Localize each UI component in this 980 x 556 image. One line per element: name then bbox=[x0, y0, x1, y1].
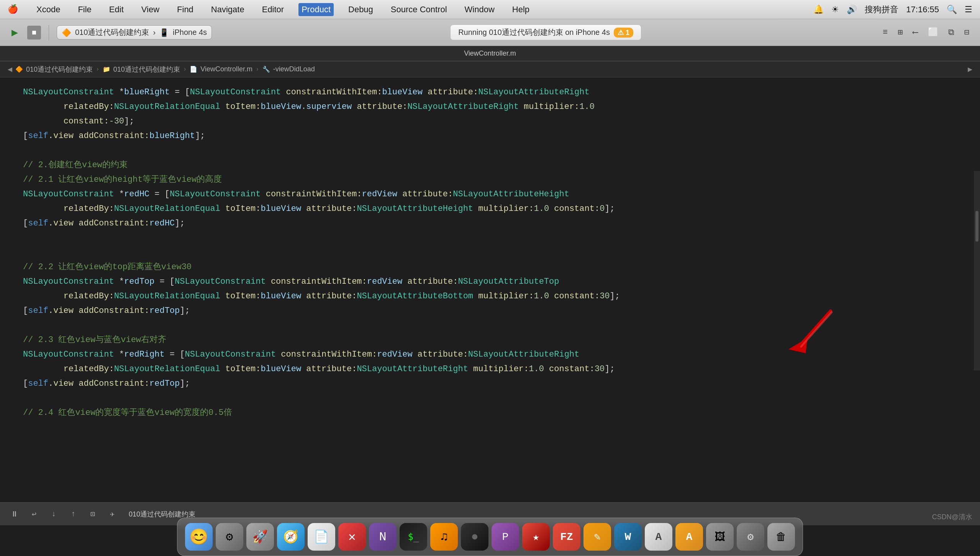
menu-help[interactable]: Help bbox=[509, 3, 533, 16]
breadcrumb-label-1: 010通过代码创建约束 bbox=[26, 65, 93, 74]
dock-icon-fontapp2[interactable]: A bbox=[675, 523, 703, 551]
dock-icon-files[interactable]: 📄 bbox=[308, 523, 335, 551]
search-icon[interactable]: 🔍 bbox=[947, 5, 957, 15]
dock: 😊 ⚙ 🚀 🧭 📄 ✕ N $_ ♫ ● P ★ FZ ✎ W A A bbox=[177, 518, 803, 556]
editor-area: NSLayoutConstraint *blueRight = [NSLayou… bbox=[0, 77, 980, 428]
menu-source-control[interactable]: Source Control bbox=[388, 3, 450, 16]
code-line: // 2.4 红色view的宽度等于蓝色view的宽度的0.5倍 bbox=[0, 406, 980, 420]
code-line: NSLayoutConstraint *redTop = [NSLayoutCo… bbox=[0, 275, 980, 289]
dock-icon-brushpen[interactable]: ✎ bbox=[583, 523, 611, 551]
breadcrumb-item-4[interactable]: 🔧 -viewDidLoad bbox=[262, 65, 315, 73]
code-content bbox=[23, 143, 28, 158]
code-line: // 2.1 让红色view的height等于蓝色view的高度 bbox=[0, 173, 980, 187]
folder-icon-2: 📁 bbox=[103, 66, 110, 73]
code-content bbox=[23, 318, 28, 333]
version-editor-icon[interactable]: ⊟ bbox=[961, 26, 972, 39]
dock-icon-onenote[interactable]: N bbox=[369, 523, 397, 551]
chevron-right-icon: › bbox=[153, 28, 156, 37]
dock-icon-filezilla[interactable]: FZ bbox=[553, 523, 580, 551]
warning-badge[interactable]: ⚠ 1 bbox=[614, 28, 633, 38]
editor-filename: ViewController.m bbox=[464, 49, 516, 58]
running-text: Running 010通过代码创建约束 on iPhone 4s bbox=[458, 27, 610, 38]
code-content: relatedBy:NSLayoutRelationEqual toItem:b… bbox=[23, 289, 620, 304]
pause-debug-button[interactable]: ⏸ bbox=[8, 507, 21, 521]
watermark: CSDN@清水 bbox=[932, 512, 972, 521]
code-content bbox=[23, 391, 28, 406]
code-content: NSLayoutConstraint *redRight = [NSLayout… bbox=[23, 347, 579, 362]
dock-icon-terminal[interactable]: $_ bbox=[400, 523, 427, 551]
dock-icon-settings[interactable]: ⚙ bbox=[216, 523, 243, 551]
svg-marker-1 bbox=[788, 338, 808, 353]
breadcrumb-label-4: -viewDidLoad bbox=[273, 65, 315, 73]
assistant-editor-icon[interactable]: ⧉ bbox=[945, 26, 957, 39]
code-content: relatedBy:NSLayoutRelationEqual toItem:b… bbox=[23, 100, 595, 114]
vertical-scrollbar[interactable] bbox=[974, 171, 980, 370]
dock-icon-finder[interactable]: 😊 bbox=[185, 523, 213, 551]
code-line bbox=[0, 391, 980, 406]
dock-icon-trash[interactable]: 🗑 bbox=[767, 523, 795, 551]
dock-icon-paw[interactable]: P bbox=[492, 523, 519, 551]
code-line: // 2.创建红色view的约束 bbox=[0, 158, 980, 173]
view-debugger-button[interactable]: ⊡ bbox=[86, 507, 100, 521]
menu-xcode[interactable]: Xcode bbox=[33, 3, 63, 16]
step-over-button[interactable]: ↩ bbox=[27, 507, 41, 521]
play-button[interactable]: ▶ bbox=[8, 26, 21, 39]
menubar: 🍎 Xcode File Edit View Find Navigate Edi… bbox=[0, 0, 980, 19]
nav-collapse-icon[interactable]: ◀ bbox=[8, 64, 12, 74]
navigate-back-icon[interactable]: ⟵ bbox=[910, 26, 921, 39]
inspector-icon[interactable]: ⊞ bbox=[895, 26, 906, 39]
dock-icon-itunes[interactable]: ♫ bbox=[430, 523, 458, 551]
dock-icon-launchpad[interactable]: 🚀 bbox=[246, 523, 274, 551]
stop-button[interactable]: ■ bbox=[27, 26, 41, 39]
dock-icon-syspref2[interactable]: ⚙ bbox=[737, 523, 764, 551]
dock-icon-starred[interactable]: ★ bbox=[522, 523, 550, 551]
menu-edit[interactable]: Edit bbox=[106, 3, 127, 16]
device-label: iPhone 4s bbox=[173, 28, 207, 37]
breadcrumb-expand-icon[interactable]: ▶ bbox=[968, 64, 972, 74]
breadcrumb-item-2[interactable]: 📁 010通过代码创建约束 bbox=[103, 65, 180, 74]
control-center-icon[interactable]: ☰ bbox=[965, 5, 972, 15]
dock-icon-app[interactable]: ● bbox=[461, 523, 488, 551]
running-indicator: Running 010通过代码创建约束 on iPhone 4s ⚠ 1 bbox=[450, 25, 641, 40]
dock-icon-preview[interactable]: 🖼 bbox=[706, 523, 734, 551]
annotation-arrow bbox=[777, 288, 846, 367]
folder-icon-1: 🔶 bbox=[15, 66, 23, 73]
dock-icon-safari[interactable]: 🧭 bbox=[277, 523, 305, 551]
step-out-button[interactable]: ↑ bbox=[66, 507, 80, 521]
code-content: constant:-30]; bbox=[23, 114, 134, 129]
breadcrumb-item-1[interactable]: 🔶 010通过代码创建约束 bbox=[15, 65, 93, 74]
code-content: // 2.1 让红色view的height等于蓝色view的高度 bbox=[23, 173, 222, 187]
layout-list-icon[interactable]: ≡ bbox=[880, 26, 891, 39]
code-content: [self.view addConstraint:redTop]; bbox=[23, 377, 190, 391]
brightness-icon: ☀ bbox=[831, 5, 839, 15]
code-content: relatedBy:NSLayoutRelationEqual toItem:b… bbox=[23, 362, 615, 377]
menu-navigate[interactable]: Navigate bbox=[208, 3, 247, 16]
menu-product[interactable]: Product bbox=[298, 3, 334, 16]
dock-icon-excel[interactable]: ✕ bbox=[338, 523, 366, 551]
dock-icon-word[interactable]: W bbox=[614, 523, 642, 551]
location-button[interactable]: ✈ bbox=[105, 507, 119, 521]
code-line: [self.view addConstraint:redTop]; bbox=[0, 377, 980, 391]
menu-editor[interactable]: Editor bbox=[259, 3, 287, 16]
code-content bbox=[23, 231, 28, 245]
apple-menu[interactable]: 🍎 bbox=[8, 4, 18, 15]
toolbar: ▶ ■ 🔶 010通过代码创建约束 › 📱 iPhone 4s Running … bbox=[0, 19, 980, 46]
system-clock: 17:16:55 bbox=[906, 5, 939, 15]
menu-file[interactable]: File bbox=[75, 3, 94, 16]
menu-window[interactable]: Window bbox=[462, 3, 498, 16]
code-content: NSLayoutConstraint *blueRight = [NSLayou… bbox=[23, 85, 590, 100]
scrollbar-thumb[interactable] bbox=[975, 211, 978, 242]
scheme-selector[interactable]: 🔶 010通过代码创建约束 › 📱 iPhone 4s bbox=[57, 25, 212, 39]
menu-debug[interactable]: Debug bbox=[345, 3, 376, 16]
menu-find[interactable]: Find bbox=[174, 3, 197, 16]
menu-view[interactable]: View bbox=[138, 3, 162, 16]
toolbar-right: ≡ ⊞ ⟵ ⬜ ⧉ ⊟ bbox=[880, 26, 972, 39]
breadcrumb-item-3[interactable]: 📄 ViewController.m bbox=[190, 65, 252, 73]
volume-icon: 🔊 bbox=[847, 5, 857, 15]
dock-icon-fontapp[interactable]: A bbox=[645, 523, 672, 551]
svg-line-2 bbox=[801, 312, 832, 347]
code-line: [self.view addConstraint:blueRight]; bbox=[0, 129, 980, 143]
input-method[interactable]: 搜狗拼音 bbox=[865, 4, 898, 15]
window-mode-icon[interactable]: ⬜ bbox=[925, 26, 941, 39]
step-into-button[interactable]: ↓ bbox=[47, 507, 61, 521]
